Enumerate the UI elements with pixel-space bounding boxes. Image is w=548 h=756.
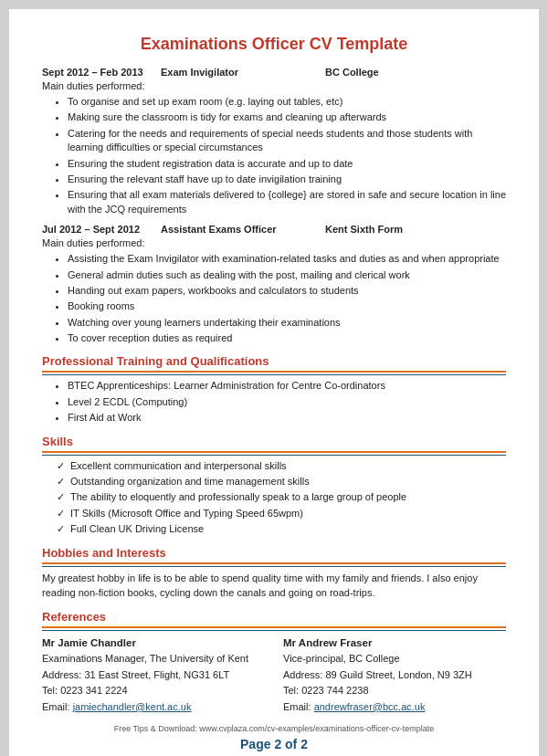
ref1-email-link[interactable]: jamiechandler@kent.ac.uk <box>73 701 192 712</box>
ref2-email-link[interactable]: andrewfraser@bcc.ac.uk <box>314 701 426 712</box>
job2-role: Assistant Exams Officer <box>161 224 325 235</box>
job2-company: Kent Sixth Form <box>325 224 403 235</box>
page-title: Examinations Officer CV Template <box>42 35 506 54</box>
list-item: Level 2 ECDL (Computing) <box>68 395 506 409</box>
ref2-email-line: Email: andrewfraser@bcc.ac.uk <box>283 699 506 716</box>
list-item: Outstanding organization and time manage… <box>57 475 506 488</box>
page-number: Page 2 of 2 <box>42 737 506 751</box>
references-grid: Mr Jamie Chandler Examinations Manager, … <box>42 635 506 716</box>
hobbies-text: My greatest hobby in life is to be able … <box>42 571 506 601</box>
divider-orange <box>42 371 506 373</box>
section-skills-heading: Skills <box>42 435 506 448</box>
reference-1: Mr Jamie Chandler Examinations Manager, … <box>42 635 265 716</box>
reference-2: Mr Andrew Fraser Vice-principal, BC Coll… <box>283 635 506 716</box>
cv-page: Examinations Officer CV Template Sept 20… <box>9 9 539 756</box>
job1-date: Sept 2012 – Feb 2013 <box>42 67 161 78</box>
list-item: Ensuring the student registration data i… <box>68 157 506 171</box>
divider-blue <box>42 566 506 567</box>
ref2-address: Address: 89 Guild Street, London, N9 3ZH <box>283 667 506 684</box>
ref1-address: Address: 31 East Street, Flight, NG31 6L… <box>42 667 265 684</box>
job1-header: Sept 2012 – Feb 2013 Exam Invigilator BC… <box>42 67 506 78</box>
list-item: Handing out exam papers, workbooks and c… <box>68 284 506 298</box>
ref2-email-label: Email: <box>283 701 311 712</box>
list-item: Ensuring that all exam materials deliver… <box>68 188 506 216</box>
list-item: Watching over young learners undertaking… <box>68 316 506 330</box>
section-references-heading: References <box>42 610 506 624</box>
list-item: First Aid at Work <box>68 411 506 425</box>
list-item: Booking rooms <box>68 299 506 313</box>
list-item: To cover reception duties as required <box>68 331 506 345</box>
footer-tip: Free Tips & Download: www.cvplaza.com/cv… <box>42 724 506 733</box>
ref1-name: Mr Jamie Chandler <box>42 635 265 651</box>
ref1-title: Examinations Manager, The University of … <box>42 651 265 667</box>
list-item: Excellent communication and interpersona… <box>57 459 506 473</box>
divider-orange <box>42 451 506 453</box>
ref2-tel: Tel: 0223 744 2238 <box>283 683 506 699</box>
divider-orange <box>42 626 506 628</box>
list-item: Catering for the needs and requirements … <box>68 127 506 155</box>
skills-list: Excellent communication and interpersona… <box>57 459 506 537</box>
divider-blue <box>42 374 506 375</box>
section-training-heading: Professional Training and Qualifications <box>42 354 506 368</box>
list-item: Making sure the classroom is tidy for ex… <box>68 110 506 124</box>
job1-duties-list: To organise and set up exam room (e.g. l… <box>68 95 506 216</box>
job1-role: Exam Invigilator <box>161 67 325 78</box>
job1-duties-label: Main duties performed: <box>42 80 506 91</box>
job2-duties-label: Main duties performed: <box>42 237 506 248</box>
job2-date: Jul 2012 – Sept 2012 <box>42 224 161 235</box>
divider-orange <box>42 562 506 564</box>
job2-duties-list: Assisting the Exam Invigilator with exam… <box>68 252 506 345</box>
divider-blue <box>42 455 506 456</box>
ref2-title: Vice-principal, BC College <box>283 651 506 667</box>
list-item: BTEC Apprenticeships: Learner Administra… <box>68 379 506 393</box>
list-item: Assisting the Exam Invigilator with exam… <box>68 252 506 266</box>
list-item: General admin duties such as dealing wit… <box>68 268 506 282</box>
list-item: IT Skills (Microsoft Office and Typing S… <box>57 507 506 520</box>
list-item: Full Clean UK Driving License <box>57 522 506 536</box>
ref1-email-label: Email: <box>42 701 70 712</box>
list-item: To organise and set up exam room (e.g. l… <box>68 95 506 109</box>
job2-header: Jul 2012 – Sept 2012 Assistant Exams Off… <box>42 224 506 235</box>
ref1-email-line: Email: jamiechandler@kent.ac.uk <box>42 699 265 716</box>
section-hobbies-heading: Hobbies and Interests <box>42 546 506 560</box>
list-item: The ability to eloquently and profession… <box>57 490 506 504</box>
job1-company: BC College <box>325 67 379 78</box>
ref1-tel: Tel: 0223 341 2224 <box>42 683 265 699</box>
divider-blue <box>42 630 506 631</box>
ref2-name: Mr Andrew Fraser <box>283 635 506 651</box>
list-item: Ensuring the relevant staff have up to d… <box>68 173 506 186</box>
training-list: BTEC Apprenticeships: Learner Administra… <box>68 379 506 425</box>
